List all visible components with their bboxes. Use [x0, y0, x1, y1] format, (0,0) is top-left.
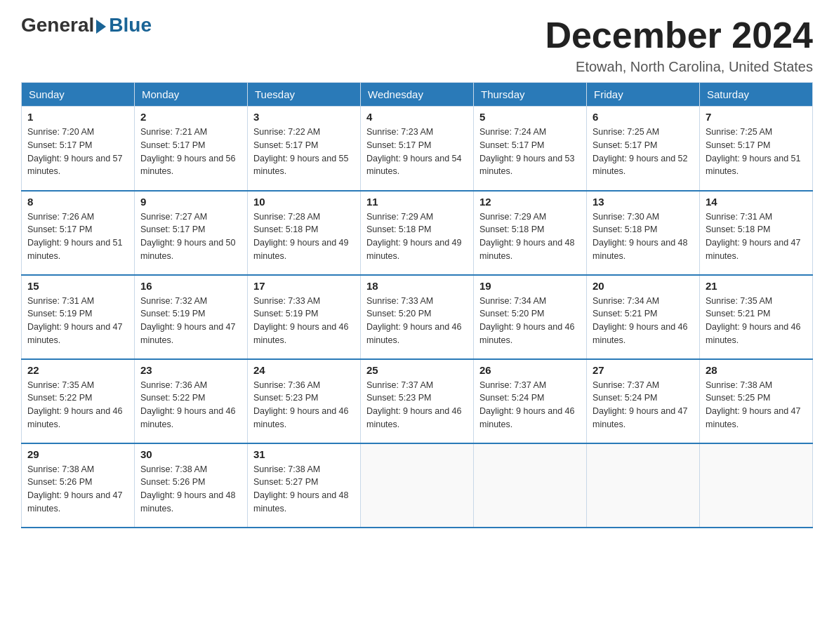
day-info: Sunrise: 7:37 AM Sunset: 5:24 PM Dayligh…	[593, 379, 694, 431]
daylight-label: Daylight: 9 hours and 46 minutes.	[479, 406, 575, 429]
day-info: Sunrise: 7:36 AM Sunset: 5:22 PM Dayligh…	[140, 379, 241, 431]
logo: General Blue	[21, 14, 152, 36]
sunset-label: Sunset: 5:17 PM	[593, 140, 657, 150]
calendar-cell: 6 Sunrise: 7:25 AM Sunset: 5:17 PM Dayli…	[587, 107, 700, 191]
day-number: 28	[706, 364, 807, 376]
sunset-label: Sunset: 5:17 PM	[366, 140, 431, 150]
daylight-label: Daylight: 9 hours and 56 minutes.	[140, 154, 236, 177]
day-number: 3	[253, 111, 355, 123]
calendar-cell: 20 Sunrise: 7:34 AM Sunset: 5:21 PM Dayl…	[587, 275, 700, 359]
day-info: Sunrise: 7:31 AM Sunset: 5:18 PM Dayligh…	[706, 210, 807, 263]
day-info: Sunrise: 7:36 AM Sunset: 5:23 PM Dayligh…	[253, 379, 355, 431]
sunset-label: Sunset: 5:22 PM	[27, 393, 92, 403]
day-number: 4	[366, 111, 468, 123]
calendar-table: SundayMondayTuesdayWednesdayThursdayFrid…	[21, 82, 813, 528]
calendar-cell: 11 Sunrise: 7:29 AM Sunset: 5:18 PM Dayl…	[361, 191, 474, 275]
sunrise-label: Sunrise: 7:29 AM	[366, 212, 433, 222]
daylight-label: Daylight: 9 hours and 51 minutes.	[706, 154, 801, 177]
day-info: Sunrise: 7:29 AM Sunset: 5:18 PM Dayligh…	[366, 210, 468, 263]
day-number: 2	[140, 111, 241, 123]
logo-text: General Blue	[21, 14, 152, 36]
sunset-label: Sunset: 5:18 PM	[366, 224, 431, 234]
sunrise-label: Sunrise: 7:20 AM	[27, 127, 94, 137]
day-number: 19	[479, 280, 581, 292]
sunset-label: Sunset: 5:17 PM	[253, 140, 318, 150]
daylight-label: Daylight: 9 hours and 47 minutes.	[706, 406, 801, 429]
daylight-label: Daylight: 9 hours and 47 minutes.	[706, 238, 801, 261]
daylight-label: Daylight: 9 hours and 48 minutes.	[140, 490, 236, 514]
sunset-label: Sunset: 5:20 PM	[366, 309, 431, 318]
page-header: General Blue December 2024 Etowah, North…	[21, 14, 813, 75]
calendar-cell: 26 Sunrise: 7:37 AM Sunset: 5:24 PM Dayl…	[474, 359, 587, 443]
daylight-label: Daylight: 9 hours and 48 minutes.	[253, 490, 349, 514]
calendar-cell: 2 Sunrise: 7:21 AM Sunset: 5:17 PM Dayli…	[135, 107, 248, 191]
calendar-cell: 7 Sunrise: 7:25 AM Sunset: 5:17 PM Dayli…	[700, 107, 813, 191]
sunrise-label: Sunrise: 7:31 AM	[27, 296, 94, 306]
sunset-label: Sunset: 5:18 PM	[253, 224, 318, 234]
calendar-week-row: 22 Sunrise: 7:35 AM Sunset: 5:22 PM Dayl…	[22, 359, 813, 443]
daylight-label: Daylight: 9 hours and 47 minutes.	[27, 322, 123, 345]
day-number: 18	[366, 280, 468, 292]
calendar-header-friday: Friday	[587, 83, 700, 107]
daylight-label: Daylight: 9 hours and 47 minutes.	[27, 490, 123, 514]
daylight-label: Daylight: 9 hours and 49 minutes.	[366, 238, 462, 261]
logo-blue: Blue	[109, 14, 152, 36]
day-number: 10	[253, 196, 355, 208]
sunrise-label: Sunrise: 7:22 AM	[253, 127, 320, 137]
sunset-label: Sunset: 5:19 PM	[140, 309, 205, 318]
calendar-cell: 13 Sunrise: 7:30 AM Sunset: 5:18 PM Dayl…	[587, 191, 700, 275]
sunrise-label: Sunrise: 7:30 AM	[593, 212, 659, 222]
day-info: Sunrise: 7:21 AM Sunset: 5:17 PM Dayligh…	[140, 126, 241, 178]
sunrise-label: Sunrise: 7:27 AM	[140, 212, 207, 222]
day-info: Sunrise: 7:38 AM Sunset: 5:26 PM Dayligh…	[140, 463, 241, 516]
sunset-label: Sunset: 5:17 PM	[27, 224, 92, 234]
day-info: Sunrise: 7:25 AM Sunset: 5:17 PM Dayligh…	[593, 126, 694, 178]
daylight-label: Daylight: 9 hours and 53 minutes.	[479, 154, 575, 177]
daylight-label: Daylight: 9 hours and 57 minutes.	[27, 154, 123, 177]
calendar-cell: 22 Sunrise: 7:35 AM Sunset: 5:22 PM Dayl…	[22, 359, 135, 443]
daylight-label: Daylight: 9 hours and 51 minutes.	[27, 238, 123, 261]
calendar-cell: 19 Sunrise: 7:34 AM Sunset: 5:20 PM Dayl…	[474, 275, 587, 359]
daylight-label: Daylight: 9 hours and 48 minutes.	[593, 238, 688, 261]
calendar-cell: 3 Sunrise: 7:22 AM Sunset: 5:17 PM Dayli…	[248, 107, 361, 191]
day-info: Sunrise: 7:35 AM Sunset: 5:22 PM Dayligh…	[27, 379, 128, 431]
calendar-week-row: 8 Sunrise: 7:26 AM Sunset: 5:17 PM Dayli…	[22, 191, 813, 275]
day-info: Sunrise: 7:24 AM Sunset: 5:17 PM Dayligh…	[479, 126, 581, 178]
calendar-header-row: SundayMondayTuesdayWednesdayThursdayFrid…	[22, 83, 813, 107]
day-number: 23	[140, 364, 241, 376]
day-info: Sunrise: 7:28 AM Sunset: 5:18 PM Dayligh…	[253, 210, 355, 263]
sunset-label: Sunset: 5:18 PM	[479, 224, 544, 234]
calendar-header-sunday: Sunday	[22, 83, 135, 107]
sunrise-label: Sunrise: 7:38 AM	[706, 380, 772, 390]
calendar-cell: 12 Sunrise: 7:29 AM Sunset: 5:18 PM Dayl…	[474, 191, 587, 275]
sunrise-label: Sunrise: 7:37 AM	[479, 380, 546, 390]
daylight-label: Daylight: 9 hours and 46 minutes.	[253, 406, 349, 429]
day-info: Sunrise: 7:25 AM Sunset: 5:17 PM Dayligh…	[706, 126, 807, 178]
day-info: Sunrise: 7:31 AM Sunset: 5:19 PM Dayligh…	[27, 295, 128, 347]
sunset-label: Sunset: 5:18 PM	[706, 224, 770, 234]
calendar-header-monday: Monday	[135, 83, 248, 107]
calendar-cell	[700, 443, 813, 528]
day-number: 29	[27, 448, 128, 460]
calendar-cell: 30 Sunrise: 7:38 AM Sunset: 5:26 PM Dayl…	[135, 443, 248, 528]
month-title: December 2024	[545, 14, 813, 56]
sunrise-label: Sunrise: 7:25 AM	[593, 127, 659, 137]
day-number: 20	[593, 280, 694, 292]
calendar-week-row: 15 Sunrise: 7:31 AM Sunset: 5:19 PM Dayl…	[22, 275, 813, 359]
day-info: Sunrise: 7:27 AM Sunset: 5:17 PM Dayligh…	[140, 210, 241, 263]
calendar-header-saturday: Saturday	[700, 83, 813, 107]
day-info: Sunrise: 7:35 AM Sunset: 5:21 PM Dayligh…	[706, 295, 807, 347]
daylight-label: Daylight: 9 hours and 46 minutes.	[27, 406, 123, 429]
day-info: Sunrise: 7:29 AM Sunset: 5:18 PM Dayligh…	[479, 210, 581, 263]
sunrise-label: Sunrise: 7:38 AM	[253, 464, 320, 474]
day-info: Sunrise: 7:38 AM Sunset: 5:26 PM Dayligh…	[27, 463, 128, 516]
day-info: Sunrise: 7:37 AM Sunset: 5:23 PM Dayligh…	[366, 379, 468, 431]
sunrise-label: Sunrise: 7:37 AM	[593, 380, 659, 390]
daylight-label: Daylight: 9 hours and 49 minutes.	[253, 238, 349, 261]
day-info: Sunrise: 7:34 AM Sunset: 5:21 PM Dayligh…	[593, 295, 694, 347]
sunset-label: Sunset: 5:17 PM	[140, 140, 205, 150]
sunrise-label: Sunrise: 7:24 AM	[479, 127, 546, 137]
daylight-label: Daylight: 9 hours and 47 minutes.	[593, 406, 688, 429]
sunrise-label: Sunrise: 7:33 AM	[366, 296, 433, 306]
logo-general: General	[21, 14, 94, 36]
